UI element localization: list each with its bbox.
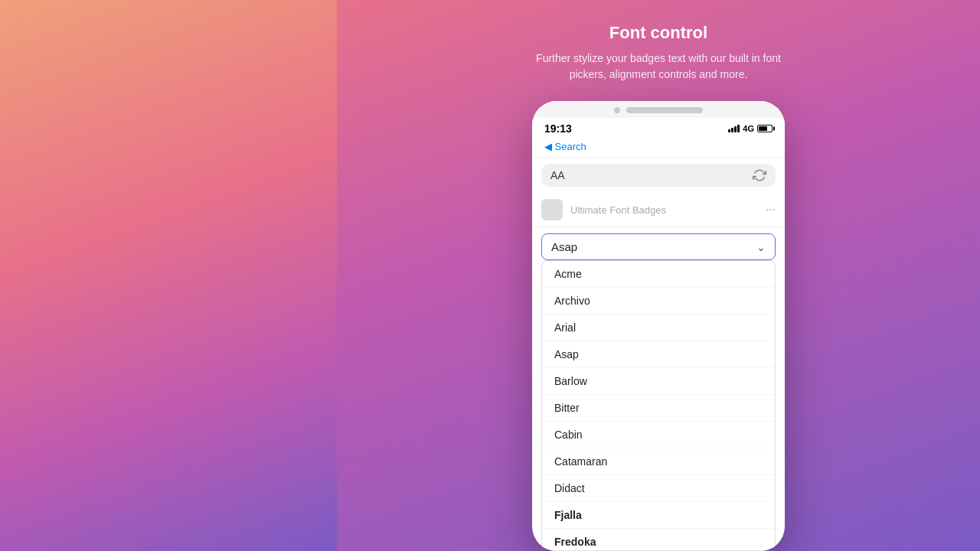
signal-bar-2 [731, 128, 733, 132]
battery-fill [759, 126, 767, 131]
notch-circle [614, 107, 620, 113]
font-select-box[interactable]: Asap ⌄ [541, 233, 776, 260]
app-row: Ultimate Font Badges ··· [532, 193, 785, 227]
app-name: Ultimate Font Badges [570, 204, 758, 216]
signal-bar-3 [734, 126, 737, 132]
font-list-item[interactable]: Catamaran [542, 448, 775, 475]
search-bar[interactable]: AA [541, 164, 776, 187]
font-dropdown: AcmeArchivoArialAsapBarlowBitterCabinCat… [541, 260, 776, 551]
font-list-item[interactable]: Cabin [542, 422, 775, 448]
font-list-item[interactable]: Bitter [542, 395, 775, 422]
signal-bar-1 [728, 129, 730, 132]
app-menu-dots[interactable]: ··· [766, 203, 776, 217]
status-bar: 19:13 4G [532, 118, 785, 138]
font-list-item[interactable]: Fredoka [542, 529, 775, 551]
page-title: Font control [536, 23, 781, 43]
header-section: Font control Further stylize your badges… [536, 23, 781, 83]
font-list-item[interactable]: Fjalla [542, 502, 775, 529]
notch-bar [626, 107, 703, 113]
status-time: 19:13 [544, 122, 572, 135]
phone-notch [614, 107, 703, 113]
battery-icon [757, 125, 773, 132]
phone-mockup: 19:13 4G ◀ Search AA [532, 101, 785, 551]
font-list-item[interactable]: Didact [542, 475, 775, 502]
refresh-icon[interactable] [753, 168, 766, 182]
font-list-item[interactable]: Acme [542, 261, 775, 288]
font-list-item[interactable]: Asap [542, 341, 775, 368]
nav-bar: ◀ Search [532, 138, 785, 158]
aa-label: AA [550, 169, 565, 181]
back-button[interactable]: ◀ Search [544, 141, 773, 152]
status-icons: 4G [728, 124, 773, 133]
font-list-item[interactable]: Barlow [542, 368, 775, 395]
page-subtitle: Further stylize your badges text with ou… [536, 51, 781, 83]
font-list-item[interactable]: Arial [542, 315, 775, 341]
phone-top-bar [532, 101, 785, 118]
chevron-down-icon: ⌄ [756, 241, 766, 253]
left-decorative-panel [0, 0, 337, 551]
signal-bars [728, 125, 740, 132]
font-list-item[interactable]: Archivo [542, 288, 775, 315]
signal-bar-4 [737, 125, 740, 132]
app-icon [541, 199, 563, 220]
network-label: 4G [743, 124, 754, 133]
font-select-label: Asap [551, 240, 577, 253]
right-content-panel: Font control Further stylize your badges… [337, 0, 980, 551]
